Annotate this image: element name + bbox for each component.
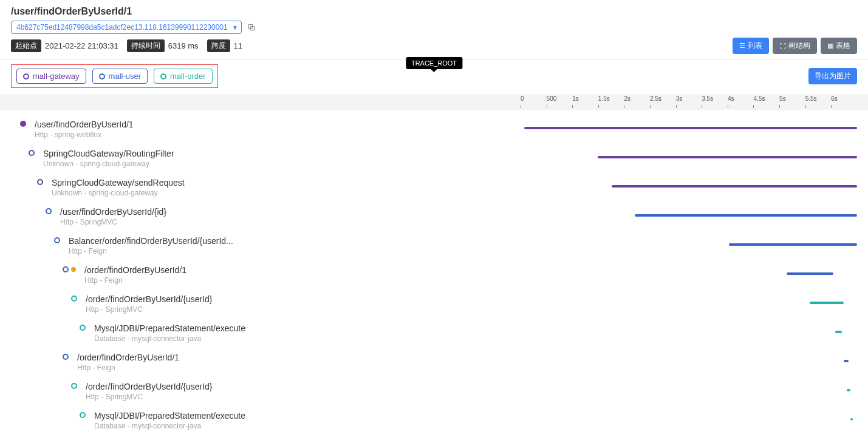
span-duration-bar	[847, 389, 850, 391]
span-name: /user/findOrderByUserId/{id}	[60, 207, 166, 217]
span-subtitle: Http - SpringMVC	[86, 393, 213, 401]
ruler-tick: 5s	[779, 94, 805, 110]
duration-value: 6319 ms	[168, 41, 199, 50]
span-name: /order/findOrderByUserId/{userId}	[86, 382, 213, 391]
span-dot-icon	[71, 296, 77, 302]
span-subtitle: Http - spring-webflux	[35, 130, 134, 139]
span-row[interactable]: Balancer/order/findOrderByUserId/{userId…	[0, 230, 868, 259]
table-icon: ▦	[827, 42, 833, 50]
service-color-icon	[160, 73, 166, 79]
span-dot-icon	[71, 383, 77, 389]
ruler-tick: 3s	[676, 94, 702, 110]
list-icon: ☰	[739, 42, 745, 50]
span-row[interactable]: SpringCloudGateway/RoutingFilterUnknown …	[0, 143, 868, 172]
span-name: SpringCloudGateway/RoutingFilter	[43, 149, 174, 158]
span-duration-bar	[729, 243, 857, 246]
service-chip[interactable]: mall-gateway	[16, 69, 86, 84]
view-table-label: 表格	[836, 41, 850, 51]
span-bar-track	[521, 317, 857, 346]
view-list-button[interactable]: ☰ 列表	[733, 38, 769, 54]
span-bar-track	[521, 113, 857, 143]
span-bar-track	[521, 172, 857, 201]
span-row[interactable]: Mysql/JDBI/PreparedStatement/executeData…	[0, 405, 868, 434]
span-row[interactable]: Mysql/JDBI/PreparedStatement/executeData…	[0, 317, 868, 346]
span-dot-icon	[20, 121, 26, 127]
ruler-tick: 5.5s	[805, 94, 832, 110]
ruler-tick: 1.5s	[598, 94, 624, 110]
span-name: Balancer/order/findOrderByUserId/{userId…	[69, 236, 233, 246]
export-image-button[interactable]: 导出为图片	[808, 68, 857, 84]
span-duration-bar	[524, 127, 857, 129]
copy-icon[interactable]	[247, 22, 256, 32]
trace-id-select[interactable]: 4b627c75ed12487998da5c1adcf2ec13.118.161…	[11, 21, 242, 34]
ruler-tick: 4.5s	[753, 94, 779, 110]
span-bar-track	[521, 346, 857, 376]
span-subtitle: Http - SpringMVC	[60, 218, 166, 226]
service-chip[interactable]: mall-order	[154, 69, 213, 84]
span-name: SpringCloudGateway/sendRequest	[52, 178, 185, 188]
span-row[interactable]: /order/findOrderByUserId/{userId}Http - …	[0, 288, 868, 317]
span-bar-track	[521, 288, 857, 317]
span-dot-icon	[63, 354, 69, 360]
span-duration-bar	[635, 214, 857, 217]
span-name: Mysql/JDBI/PreparedStatement/execute	[94, 323, 245, 333]
span-count-value: 11	[234, 41, 242, 50]
view-list-label: 列表	[748, 41, 762, 51]
span-bar-track	[521, 405, 857, 434]
span-name: /order/findOrderByUserId/{userId}	[86, 294, 213, 304]
span-duration-bar	[835, 331, 842, 333]
span-name: /order/findOrderByUserId/1	[84, 265, 186, 275]
ruler-tick: 6s	[831, 94, 857, 110]
service-color-icon	[23, 73, 29, 79]
duration-label: 持续时间	[127, 39, 165, 52]
span-name: Mysql/JDBI/PreparedStatement/execute	[94, 411, 245, 421]
span-duration-bar	[612, 185, 857, 188]
span-duration-bar	[810, 302, 843, 304]
span-dot-icon	[63, 266, 76, 272]
span-dot-icon	[37, 179, 43, 185]
span-bar-track	[521, 201, 857, 230]
span-bar-track	[521, 230, 857, 259]
span-duration-bar	[598, 156, 857, 158]
span-subtitle: Database - mysql-connector-java	[94, 334, 245, 343]
span-duration-bar	[850, 418, 853, 421]
view-tree-button[interactable]: ⛶ 树结构	[773, 38, 817, 54]
span-dot-icon	[80, 412, 86, 418]
span-row[interactable]: /user/findOrderByUserId/{id}Http - Sprin…	[0, 201, 868, 230]
service-chip-label: mall-gateway	[33, 72, 80, 81]
span-row[interactable]: /order/findOrderByUserId/1Http - Feign	[0, 259, 868, 288]
span-dot-icon	[46, 208, 52, 214]
span-dot-icon	[29, 150, 35, 156]
span-name: /order/findOrderByUserId/1	[77, 353, 179, 362]
ruler-tick: 2.5s	[650, 94, 676, 110]
services-legend: mall-gatewaymall-usermall-order	[11, 64, 218, 88]
start-time-label: 起始点	[11, 39, 41, 52]
span-subtitle: Database - mysql-connector-java	[94, 422, 245, 430]
page-title: /user/findOrderByUserId/1	[11, 0, 857, 21]
span-row[interactable]: /order/findOrderByUserId/1Http - Feign	[0, 346, 868, 376]
span-subtitle: Http - Feign	[84, 276, 186, 285]
span-list: /user/findOrderByUserId/1Http - spring-w…	[0, 110, 868, 434]
span-count-label: 跨度	[207, 39, 230, 52]
span-dot-icon	[80, 325, 86, 331]
ruler-tick: 4s	[728, 94, 754, 110]
span-subtitle: Http - Feign	[69, 247, 233, 255]
span-row[interactable]: SpringCloudGateway/sendRequestUnknown - …	[0, 172, 868, 201]
span-bar-track	[521, 143, 857, 172]
ruler-tick: 0	[521, 94, 547, 110]
span-row[interactable]: /order/findOrderByUserId/{userId}Http - …	[0, 376, 868, 405]
service-color-icon	[99, 73, 105, 79]
span-bar-track	[521, 259, 857, 288]
span-row[interactable]: /user/findOrderByUserId/1Http - spring-w…	[0, 113, 868, 143]
service-chip[interactable]: mall-user	[92, 69, 148, 84]
service-chip-label: mall-order	[170, 72, 206, 81]
span-name: /user/findOrderByUserId/1	[35, 120, 134, 129]
span-duration-bar	[844, 360, 849, 362]
span-duration-bar	[787, 272, 834, 275]
timeline-ruler: 05001s1.5s2s2.5s3s3.5s4s4.5s5s5.5s6s	[0, 94, 868, 110]
ruler-tick: 500	[547, 94, 573, 110]
span-subtitle: Http - Feign	[77, 363, 179, 372]
span-bar-track	[521, 376, 857, 405]
view-table-button[interactable]: ▦ 表格	[821, 38, 857, 54]
span-subtitle: Http - SpringMVC	[86, 305, 213, 314]
